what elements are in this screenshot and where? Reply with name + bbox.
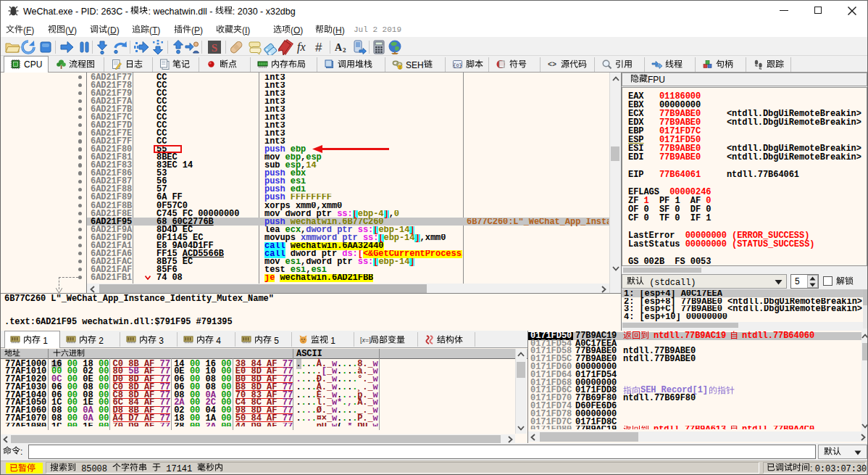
svg-text:#: # xyxy=(315,41,322,54)
svg-text:A: A xyxy=(335,42,343,53)
svg-text:fx: fx xyxy=(297,41,306,54)
svg-text:<>: <> xyxy=(548,61,556,69)
svg-text:[x=]: [x=] xyxy=(360,336,371,344)
svg-text:!: ! xyxy=(399,65,401,70)
svg-text:{o}: {o} xyxy=(453,62,462,68)
svg-text:2: 2 xyxy=(343,46,346,54)
svg-text:S: S xyxy=(212,42,217,54)
